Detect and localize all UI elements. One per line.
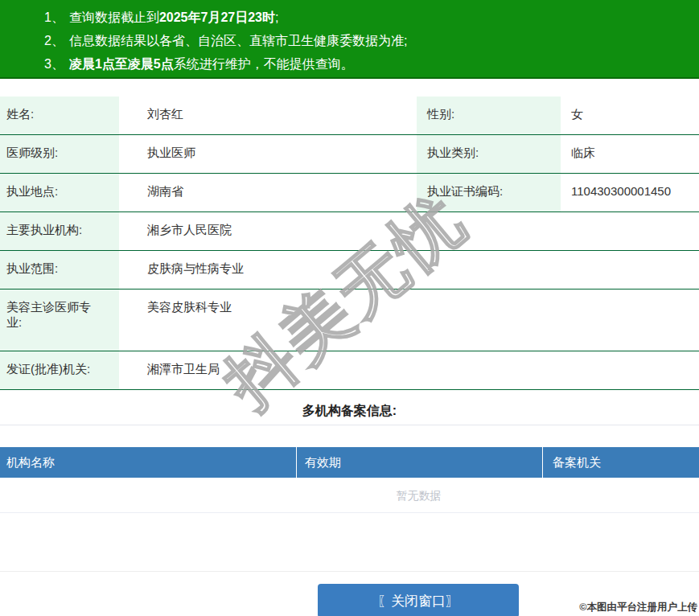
- notice-text: 系统进行维护，不能提供查询。: [174, 57, 354, 71]
- notice-text: 查询数据截止到: [69, 10, 159, 24]
- field-value-practice-scope: 皮肤病与性病专业: [119, 251, 699, 289]
- field-value-practice-location: 湖南省: [119, 174, 417, 211]
- info-row: 发证(批准)机关: 湘潭市卫生局: [0, 351, 699, 390]
- col-header-valid-period: 有效期: [296, 447, 542, 478]
- notice-number: 2、: [44, 34, 64, 47]
- field-label-practice-location: 执业地点:: [0, 174, 119, 211]
- field-label-certificate-number: 执业证书编码:: [417, 174, 561, 211]
- notice-number: 1、: [44, 10, 64, 24]
- info-row: 姓名: 刘杏红 性别: 女: [0, 97, 699, 135]
- section-divider: [0, 425, 699, 425]
- notice-text: 信息数据结果以各省、自治区、直辖市卫生健康委数据为准;: [69, 34, 407, 47]
- field-label-main-institution: 主要执业机构:: [0, 212, 119, 250]
- field-value-main-institution: 湘乡市人民医院: [119, 212, 699, 250]
- profile-table: 姓名: 刘杏红 性别: 女 医师级别: 执业医师 执业类别: 临床 执业地点: …: [0, 97, 699, 390]
- close-window-button[interactable]: 〖关闭窗口〗: [318, 584, 519, 616]
- notice-number: 3、: [44, 57, 64, 71]
- notice-line: 2、信息数据结果以各省、自治区、直辖市卫生健康委数据为准;: [44, 29, 691, 52]
- info-row: 执业范围: 皮肤病与性病专业: [0, 251, 699, 290]
- field-value-cosmetic-specialty: 美容皮肤科专业: [119, 290, 699, 351]
- multi-org-title: 多机构备案信息:: [0, 403, 699, 420]
- info-row: 医师级别: 执业医师 执业类别: 临床: [0, 135, 699, 174]
- col-header-registration-authority: 备案机关: [542, 447, 699, 478]
- notice-line: 3、凌晨1点至凌晨5点系统进行维护，不能提供查询。: [44, 52, 691, 76]
- empty-data-row: 暂无数据: [0, 478, 699, 513]
- field-value-practice-category: 临床: [561, 135, 699, 173]
- field-value-gender: 女: [561, 97, 699, 134]
- multi-org-table-header: 机构名称 有效期 备案机关: [0, 447, 699, 478]
- info-row: 主要执业机构: 湘乡市人民医院: [0, 212, 699, 251]
- info-row: 执业地点: 湖南省 执业证书编码: 110430300001450: [0, 174, 699, 212]
- field-value-name: 刘杏红: [119, 97, 417, 134]
- field-value-certificate-number: 110430300001450: [561, 174, 699, 211]
- field-label-gender: 性别:: [417, 97, 561, 134]
- footer-divider: [0, 571, 699, 572]
- field-label-practice-category: 执业类别:: [417, 135, 561, 173]
- copyright-watermark: ©本图由平台注册用户上传: [579, 601, 697, 614]
- field-value-doctor-level: 执业医师: [119, 135, 417, 173]
- field-label-issuing-authority: 发证(批准)机关:: [0, 351, 119, 389]
- field-label-cosmetic-specialty: 美容主诊医师专 业:: [0, 290, 119, 351]
- field-label-doctor-level: 医师级别:: [0, 135, 119, 173]
- field-label-practice-scope: 执业范围:: [0, 251, 119, 289]
- info-row: 美容主诊医师专 业: 美容皮肤科专业: [0, 290, 699, 351]
- notice-text: ;: [275, 10, 278, 24]
- notice-line: 1、查询数据截止到2025年7月27日23时;: [44, 6, 691, 29]
- col-header-org-name: 机构名称: [0, 447, 296, 478]
- empty-data-text: 暂无数据: [397, 478, 442, 513]
- notice-text-bold: 凌晨1点至凌晨5点: [69, 57, 174, 71]
- field-label-name: 姓名:: [0, 97, 119, 134]
- notice-banner: 1、查询数据截止到2025年7月27日23时; 2、信息数据结果以各省、自治区、…: [0, 0, 699, 79]
- field-value-issuing-authority: 湘潭市卫生局: [119, 351, 699, 389]
- notice-text-bold: 2025年7月27日23时: [159, 10, 275, 24]
